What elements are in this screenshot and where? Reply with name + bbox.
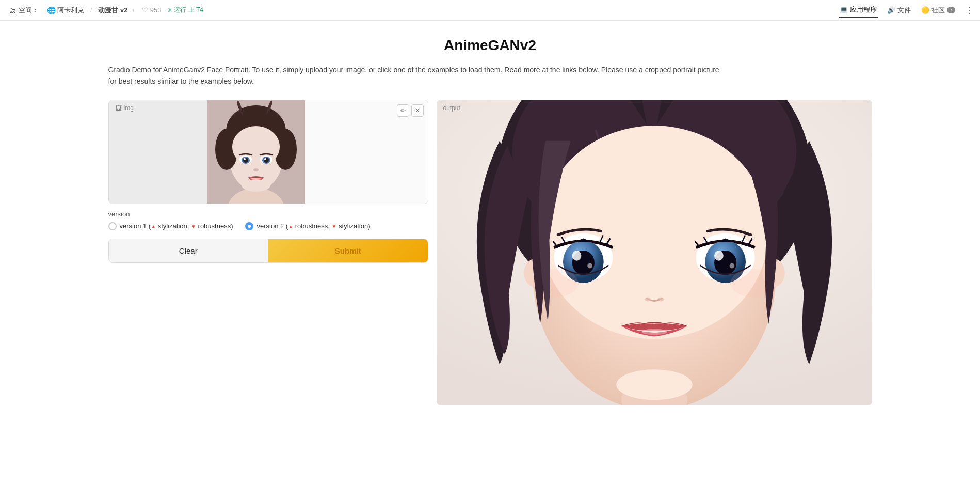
uploaded-image xyxy=(207,100,317,204)
svg-point-16 xyxy=(242,179,270,192)
pencil-icon: ✏ xyxy=(400,107,406,114)
user-link[interactable]: 🌐 阿卡利克 xyxy=(45,5,86,16)
svg-point-25 xyxy=(616,369,693,400)
svg-point-9 xyxy=(243,158,248,163)
v2-up-icon: ▲ xyxy=(288,224,293,229)
nav-app-label: 应用程序 xyxy=(850,5,877,14)
upload-image-area xyxy=(109,100,428,204)
anime-face-container xyxy=(437,100,872,405)
page-title: AnimeGANv2 xyxy=(108,37,872,54)
left-panel: 🖼 img ✏ ✕ xyxy=(108,100,428,405)
submit-button[interactable]: Submit xyxy=(268,239,428,262)
version1-option[interactable]: version 1 (▲ stylization, ▼ robustness) xyxy=(108,222,233,230)
v1-up-icon: ▲ xyxy=(151,224,156,229)
v1-down-icon: ▼ xyxy=(191,224,196,229)
space-label: 空间： xyxy=(19,6,39,15)
heart-icon: ♡ xyxy=(142,6,148,14)
svg-point-45 xyxy=(657,297,664,301)
svg-point-10 xyxy=(244,158,246,160)
upload-label: 🖼 img xyxy=(115,104,134,112)
topbar: 🗂 空间： 🌐 阿卡利克 / 动漫甘 v2 □ ♡ 953 运行 上 T4 💻 … xyxy=(0,0,980,21)
version2-radio[interactable] xyxy=(245,222,253,230)
anime-output-svg xyxy=(437,100,872,405)
nav-community[interactable]: 🟡 社区 7 xyxy=(920,4,956,17)
svg-point-29 xyxy=(572,251,581,261)
output-box: output xyxy=(437,100,872,405)
community-icon: 🟡 xyxy=(921,6,929,14)
svg-point-38 xyxy=(714,251,724,261)
svg-point-15 xyxy=(253,168,259,171)
running-status: 运行 上 T4 xyxy=(167,6,203,14)
version1-text: version 1 (▲ stylization, ▼ robustness) xyxy=(120,222,233,230)
clear-button[interactable]: Clear xyxy=(109,239,269,262)
topbar-left: 🗂 空间： 🌐 阿卡利克 / 动漫甘 v2 □ ♡ 953 运行 上 T4 xyxy=(6,5,834,16)
edit-button[interactable]: ✏ xyxy=(397,104,409,117)
community-badge: 7 xyxy=(947,7,955,13)
img-label: img xyxy=(124,104,134,112)
buttons-row: Clear Submit xyxy=(108,239,428,263)
version-label: version xyxy=(108,210,428,218)
version2-text: version 2 (▲ robustness, ▼ stylization) xyxy=(256,222,370,230)
file-icon: 🔊 xyxy=(887,6,895,14)
main-content: AnimeGANv2 Gradio Demo for AnimeGanv2 Fa… xyxy=(77,21,903,422)
svg-point-14 xyxy=(264,158,266,160)
close-button[interactable]: ✕ xyxy=(411,104,424,117)
portrait-svg xyxy=(207,100,305,204)
panels-wrapper: 🖼 img ✏ ✕ xyxy=(108,100,872,405)
svg-point-46 xyxy=(641,329,667,335)
upload-box[interactable]: 🖼 img ✏ ✕ xyxy=(108,100,428,204)
svg-point-30 xyxy=(587,263,592,268)
user-icon: 🌐 xyxy=(47,6,55,14)
like-button[interactable]: ♡ 953 xyxy=(140,5,164,15)
svg-point-6 xyxy=(232,126,280,167)
nav-files[interactable]: 🔊 文件 xyxy=(886,4,912,17)
v2-down-icon: ▼ xyxy=(332,224,337,229)
more-menu-button[interactable]: ⋮ xyxy=(965,5,974,16)
app-icon: 💻 xyxy=(840,6,848,13)
running-label: 运行 上 T4 xyxy=(174,6,203,14)
app-name-link[interactable]: 动漫甘 v2 □ xyxy=(96,5,135,16)
output-label: output xyxy=(443,104,460,112)
version1-radio[interactable] xyxy=(108,222,117,230)
topbar-right: 💻 应用程序 🔊 文件 🟡 社区 7 ⋮ xyxy=(839,3,974,18)
user-name: 阿卡利克 xyxy=(57,6,84,15)
upload-placeholder xyxy=(109,100,207,204)
svg-point-21 xyxy=(540,126,768,339)
version-section: version version 1 (▲ stylization, ▼ robu… xyxy=(108,210,428,263)
version-options: version 1 (▲ stylization, ▼ robustness) … xyxy=(108,222,428,230)
nav-community-label: 社区 xyxy=(931,6,945,15)
description: Gradio Demo for AnimeGanv2 Face Portrait… xyxy=(108,64,728,87)
app-copy-icon: □ xyxy=(130,7,133,14)
image-icon: 🖼 xyxy=(115,104,122,112)
upload-actions: ✏ ✕ xyxy=(397,104,424,117)
svg-point-44 xyxy=(645,297,651,301)
like-count: 953 xyxy=(150,6,162,14)
nav-app[interactable]: 💻 应用程序 xyxy=(839,3,878,18)
svg-point-13 xyxy=(264,158,269,163)
version2-option[interactable]: version 2 (▲ robustness, ▼ stylization) xyxy=(245,222,370,230)
close-icon: ✕ xyxy=(415,107,420,114)
app-name: 动漫甘 v2 xyxy=(98,6,127,15)
nav-files-label: 文件 xyxy=(897,6,911,15)
svg-point-39 xyxy=(729,263,734,268)
space-icon: 🗂 空间： xyxy=(6,5,41,16)
